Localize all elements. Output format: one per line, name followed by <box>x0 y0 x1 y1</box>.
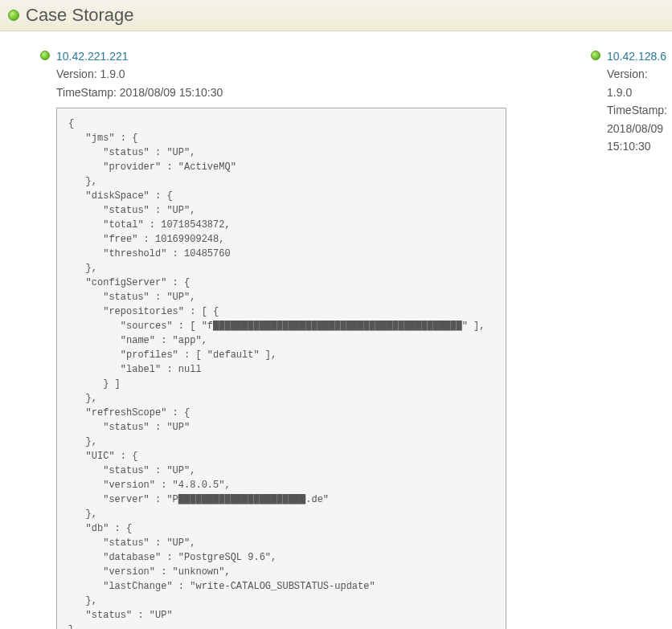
status-indicator-icon <box>40 51 50 60</box>
page-title: Case Storage <box>26 5 134 26</box>
node-panel-right: 10.42.128.6 Version: 1.9.0 TimeStamp: 20… <box>591 47 672 629</box>
node-timestamp-value1: 2018/08/09 <box>607 120 667 137</box>
status-indicator-icon <box>8 10 19 21</box>
node-timestamp-label: TimeStamp: <box>607 101 667 119</box>
node-version: Version: 1.9.0 <box>56 65 223 83</box>
node-panel-left: 10.42.221.221 Version: 1.9.0 TimeStamp: … <box>40 47 506 629</box>
node-timestamp-value2: 15:10:30 <box>607 137 667 155</box>
json-output: { "jms" : { "status" : "UP", "provider" … <box>56 108 506 629</box>
node-meta: 10.42.128.6 Version: 1.9.0 TimeStamp: 20… <box>607 47 667 155</box>
node-version-value: 1.9.0 <box>607 84 667 101</box>
node-header: 10.42.221.221 Version: 1.9.0 TimeStamp: … <box>40 47 506 101</box>
status-indicator-icon <box>591 51 600 60</box>
node-version-label: Version: <box>607 65 667 83</box>
node-timestamp: TimeStamp: 2018/08/09 15:10:30 <box>56 84 223 101</box>
nodes-row: 10.42.221.221 Version: 1.9.0 TimeStamp: … <box>0 31 672 629</box>
page-header: Case Storage <box>0 0 672 31</box>
node-ip: 10.42.128.6 <box>607 47 667 65</box>
node-header: 10.42.128.6 Version: 1.9.0 TimeStamp: 20… <box>591 47 667 155</box>
node-meta: 10.42.221.221 Version: 1.9.0 TimeStamp: … <box>56 47 223 101</box>
node-ip: 10.42.221.221 <box>56 47 223 65</box>
